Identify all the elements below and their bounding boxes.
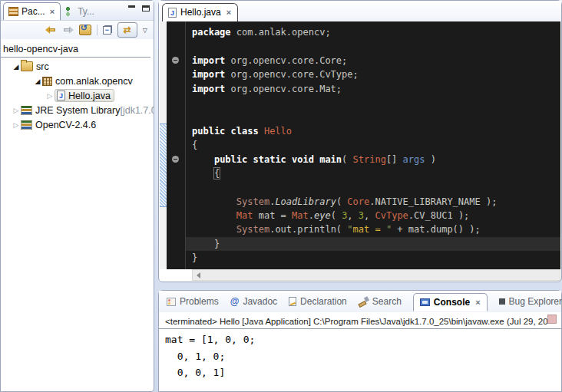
tab-bug-explorer[interactable]: Bug Explorer [499, 296, 562, 307]
tab-type-hierarchy[interactable]: Ty... [61, 3, 100, 20]
tree-item-jre-system-library[interactable]: ▷JRE System Library [jdk1.7.0 [1, 103, 154, 117]
code-line: import org.opencv.core.CvType; [186, 68, 560, 81]
package-explorer-panel: Pac... × Ty... ⇄ ▽ hello-opencv-java [0, 0, 154, 392]
console-tab-label: Problems [180, 296, 219, 307]
collapse-arrow-icon[interactable]: ◢ [12, 63, 21, 71]
tree-item-label: OpenCV-2.4.6 [35, 120, 96, 130]
expand-arrow-icon[interactable]: ▷ [12, 121, 21, 129]
tree-item-hello-java[interactable]: ▷Hello.java [1, 88, 154, 103]
code-line: public static void main( String[] args ) [186, 153, 560, 166]
tree-item-label: com.anlak.opencv [55, 76, 133, 87]
code-line: System.LoadLibrary( Core.NATIVE_LIBRARY_… [186, 195, 560, 209]
terminate-icon[interactable] [547, 315, 557, 324]
console-panel: Problems@JavadocDeclarationSearchConsole… [158, 290, 562, 392]
console-tab-label: Bug Explorer [509, 296, 562, 307]
bug-icon [499, 298, 505, 305]
tree-item-decorator: [jdk1.7.0 [120, 105, 154, 116]
tab-problems[interactable]: Problems [167, 296, 219, 307]
eclipse-workbench: Pac... × Ty... ⇄ ▽ hello-opencv-java [0, 0, 562, 392]
collapse-arrow-icon[interactable]: ◢ [33, 77, 42, 85]
javadoc-icon: @ [230, 296, 240, 307]
console-output: mat = [1, 0, 0; 0, 1, 0; 0, 0, 1] [159, 329, 561, 384]
fold-toggle-icon[interactable] [172, 156, 179, 163]
tree-item-com-anlak-opencv[interactable]: ◢com.anlak.opencv [1, 74, 154, 88]
console-icon [420, 298, 430, 306]
code-line: { [186, 138, 560, 152]
back-icon[interactable] [45, 26, 57, 34]
link-with-editor-icon[interactable]: ⇄ [117, 22, 137, 38]
maximize-icon[interactable] [142, 5, 150, 12]
editor-tabbar: Hello.java × [159, 1, 561, 21]
package-explorer-icon [8, 7, 18, 16]
java-file-icon [57, 91, 65, 100]
scroll-left-icon[interactable] [197, 272, 200, 278]
console-tab-label: Search [372, 296, 402, 307]
horizontal-scrollbar[interactable] [160, 269, 560, 281]
package-icon [42, 77, 52, 86]
java-file-icon [168, 8, 177, 18]
library-icon [21, 106, 32, 115]
folding-ruler [167, 21, 186, 269]
close-icon[interactable]: × [48, 7, 55, 16]
range-indicator [160, 124, 167, 207]
console-tab-label: Console [434, 297, 470, 308]
toolbar-separator [97, 25, 98, 35]
project-tree: hello-opencv-java ◢src◢com.anlak.opencv▷… [1, 39, 154, 132]
view-menu-icon[interactable]: ▽ [143, 27, 147, 34]
search-icon [359, 297, 369, 306]
code-editor[interactable]: package com.anlak.opencv;import org.open… [186, 21, 560, 269]
declaration-icon [289, 297, 296, 306]
up-icon[interactable] [79, 25, 91, 35]
tab-search[interactable]: Search [359, 296, 402, 307]
code-line: { [186, 166, 560, 180]
code-line: public class Hello [186, 124, 560, 138]
fold-toggle-icon[interactable] [172, 57, 179, 64]
tab-package-explorer[interactable]: Pac... × [3, 2, 61, 20]
console-tab-label: Javadoc [243, 296, 277, 307]
collapse-all-icon[interactable] [103, 25, 112, 35]
code-line: package com.anlak.opencv; [186, 25, 560, 39]
tree-item-opencv-2-4-6[interactable]: ▷OpenCV-2.4.6 [1, 117, 154, 132]
code-line: Mat mat = Mat.eye( 3, 3, CvType.CV_8UC1 … [186, 209, 560, 222]
code-line [186, 39, 560, 53]
package-explorer-toolbar: ⇄ ▽ [1, 21, 154, 39]
editor-panel: Hello.java × package com.anlak.opencv;im… [158, 0, 562, 282]
close-icon[interactable]: × [474, 298, 480, 307]
code-line: import org.opencv.core.Core; [186, 54, 560, 68]
code-line [186, 180, 560, 194]
code-line: System.out.println( "mat = " + mat.dump(… [186, 222, 560, 236]
tree-item-label: JRE System Library [35, 105, 120, 116]
tab-javadoc[interactable]: @Javadoc [230, 296, 277, 307]
code-line: import org.opencv.core.Mat; [186, 82, 560, 96]
code-line: } [186, 251, 560, 265]
console-title: <terminated> Hello [Java Application] C:… [159, 312, 561, 329]
tab-declaration[interactable]: Declaration [289, 296, 347, 307]
tab-label: Pac... [21, 6, 45, 17]
library-icon [21, 120, 32, 130]
tree-item-label: Hello.java [68, 91, 111, 101]
problems-icon [167, 298, 176, 306]
close-icon[interactable]: × [225, 8, 231, 17]
tree-item-label: src [36, 61, 49, 72]
editor-tab-label: Hello.java [180, 7, 221, 18]
minimize-icon[interactable] [128, 5, 135, 14]
console-tab-label: Declaration [300, 296, 347, 307]
console-tabbar: Problems@JavadocDeclarationSearchConsole… [159, 291, 561, 312]
tab-console[interactable]: Console× [413, 293, 488, 311]
range-indicator-gutter [160, 21, 167, 269]
forward-icon[interactable] [62, 26, 74, 34]
tree-item-project[interactable]: hello-opencv-java [1, 42, 154, 57]
tree-item-src[interactable]: ◢src [1, 59, 154, 74]
code-line [186, 110, 560, 124]
tab-hello-java[interactable]: Hello.java × [162, 3, 238, 21]
type-hierarchy-icon [65, 7, 74, 16]
folder-icon [21, 61, 33, 71]
package-explorer-tabbar: Pac... × Ty... [1, 1, 154, 21]
expand-arrow-icon[interactable]: ▷ [45, 92, 55, 100]
tab-label: Ty... [78, 6, 94, 17]
expand-arrow-icon[interactable]: ▷ [12, 107, 21, 114]
editor-body: package com.anlak.opencv;import org.open… [160, 21, 560, 269]
project-separator [1, 57, 150, 58]
code-line: } [186, 237, 560, 251]
code-line [186, 96, 560, 110]
